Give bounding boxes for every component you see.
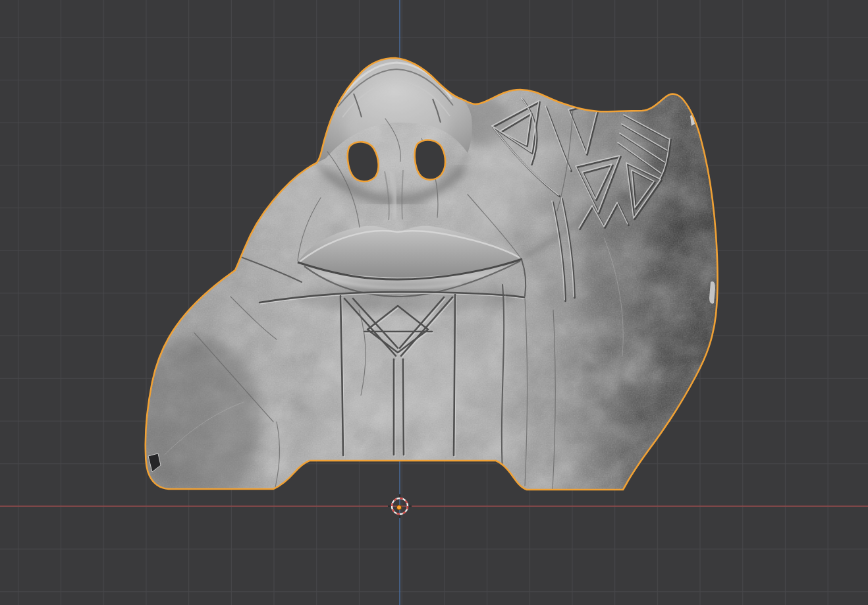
nostril-hole-right: [415, 140, 445, 179]
nostril-hole-left: [348, 142, 379, 181]
viewport-stage: [0, 0, 868, 605]
blender-3d-viewport[interactable]: [0, 0, 868, 605]
object-origin-dot: [396, 505, 401, 509]
